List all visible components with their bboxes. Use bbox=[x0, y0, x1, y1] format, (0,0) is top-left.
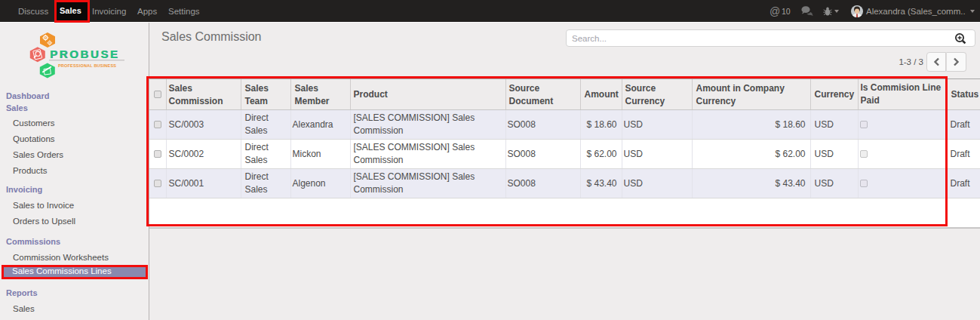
svg-text:PROBUSE: PROBUSE bbox=[50, 48, 119, 60]
svg-text:PROFESSIONAL BUSINESS: PROFESSIONAL BUSINESS bbox=[58, 63, 116, 68]
